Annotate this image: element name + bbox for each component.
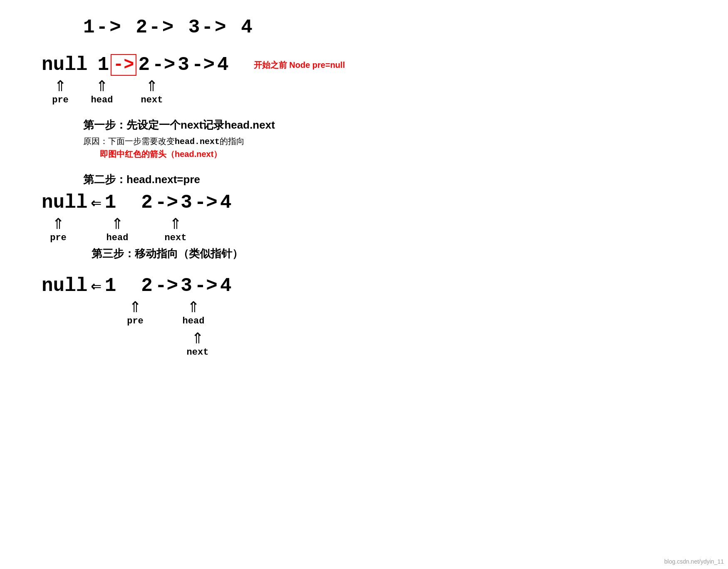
- label-pre: pre: [42, 95, 79, 105]
- arrow3-2: ->: [195, 192, 218, 214]
- reason-prefix: 原因：下面一步需要改变: [83, 137, 175, 146]
- ptr3-head-arrow: ⇑: [101, 215, 134, 233]
- pointer-arrows-row3: ⇑ ⇑ ⇑: [42, 215, 711, 233]
- pointer-labels-row3: pre head next: [42, 233, 711, 243]
- label3-next: next: [159, 233, 192, 243]
- sequence-row2: null 1 -> 2 -> 3 -> 4 开始之前 Node pre=null: [42, 54, 711, 76]
- step3-title: 第三步：移动指向（类似指针）: [92, 246, 711, 261]
- step2-title: 第二步：head.next=pre: [83, 172, 711, 187]
- pointer-arrows-row2: ⇑ ⇑ ⇑: [42, 77, 711, 95]
- label4-next: next: [181, 347, 214, 358]
- ptr3-pre-arrow: ⇑: [42, 215, 75, 233]
- pointer-arrows-row4a: ⇑ ⇑: [42, 298, 711, 316]
- left-arrow-3: ⇐: [91, 192, 101, 214]
- ptr-head-arrow: ⇑: [83, 77, 121, 95]
- left-arrow-4: ⇐: [91, 275, 101, 297]
- red-arrow-1: ->: [111, 54, 136, 76]
- arrow-2: ->: [152, 54, 175, 76]
- node3-3: 3: [181, 192, 192, 214]
- label-next: next: [133, 95, 171, 105]
- node3-2: 2: [141, 192, 153, 214]
- node-3: 3: [178, 54, 189, 76]
- sequence-row4: null ⇐ 1 2 -> 3 -> 4: [42, 275, 711, 297]
- label4-head: head: [177, 316, 210, 326]
- node4-1: 1: [105, 275, 116, 297]
- up-arrow4-head: ⇑: [187, 298, 200, 316]
- ptr4-pre-arrow: ⇑: [119, 298, 152, 316]
- node3-4: 4: [220, 192, 232, 214]
- pointer-labels-row4a: pre head: [42, 316, 711, 326]
- label4-pre: pre: [119, 316, 152, 326]
- reason-suffix: 的指向: [220, 137, 245, 146]
- seq1-text: 1-> 2-> 3-> 4: [83, 17, 254, 38]
- up-arrow3-next: ⇑: [169, 215, 182, 233]
- step1-red-note: 即图中红色的箭头（head.next）: [100, 149, 711, 160]
- arrow4-1: ->: [155, 275, 178, 297]
- node3-1: 1: [105, 192, 116, 214]
- null-label-1: null: [42, 54, 87, 76]
- up-arrow4-next: ⇑: [191, 330, 204, 347]
- arrow-3: ->: [192, 54, 215, 76]
- label3-head: head: [101, 233, 134, 243]
- up-arrow4-pre: ⇑: [129, 298, 141, 316]
- up-arrow3-pre: ⇑: [52, 215, 64, 233]
- node4-3: 3: [181, 275, 192, 297]
- sequence-row1: 1-> 2-> 3-> 4: [83, 17, 711, 38]
- reason-code: head.next: [175, 137, 220, 147]
- ptr-pre-arrow: ⇑: [42, 77, 79, 95]
- pointer-labels-row2: pre head next: [42, 95, 711, 105]
- node-4: 4: [217, 54, 229, 76]
- ptr4-next-arrow: ⇑: [181, 330, 214, 347]
- up-arrow3-head: ⇑: [111, 215, 124, 233]
- null-label-4: null: [42, 275, 87, 297]
- ptr3-next-arrow: ⇑: [159, 215, 192, 233]
- up-arrow-pre: ⇑: [54, 77, 67, 95]
- pointer-label-row4b: next: [42, 347, 711, 358]
- sequence-row3: null ⇐ 1 2 -> 3 -> 4: [42, 192, 711, 214]
- node-2: 2: [138, 54, 150, 76]
- null-label-3: null: [42, 192, 87, 214]
- up-arrow-head: ⇑: [96, 77, 108, 95]
- up-arrow-next: ⇑: [146, 77, 158, 95]
- node-1: 1: [97, 54, 109, 76]
- node4-2: 2: [141, 275, 153, 297]
- pointer-arrow-row4b: ⇑: [42, 330, 711, 347]
- label3-pre: pre: [42, 233, 75, 243]
- label-head: head: [83, 95, 121, 105]
- arrow4-2: ->: [195, 275, 218, 297]
- start-note: 开始之前 Node pre=null: [254, 60, 345, 71]
- node4-4: 4: [220, 275, 232, 297]
- arrow3-1: ->: [155, 192, 178, 214]
- ptr4-head-arrow: ⇑: [177, 298, 210, 316]
- step1-reason: 原因：下面一步需要改变head.next的指向: [83, 136, 711, 147]
- watermark: blog.csdn.net/ydyin_11: [664, 558, 724, 565]
- step1-title: 第一步：先设定一个next记录head.next: [83, 118, 711, 132]
- ptr-next-arrow: ⇑: [133, 77, 171, 95]
